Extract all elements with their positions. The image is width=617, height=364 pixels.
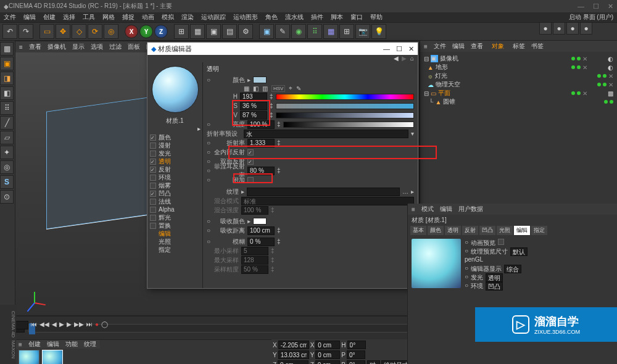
menu-mesh[interactable]: 网格 bbox=[102, 13, 115, 22]
vp-tab-options[interactable]: 选项 bbox=[91, 43, 103, 51]
obj-tab-edit[interactable]: 编辑 bbox=[452, 42, 465, 51]
axis-mode[interactable]: ✦ bbox=[0, 146, 14, 159]
texture-menu-icon[interactable]: … bbox=[402, 188, 408, 195]
array-button[interactable]: ⠿ bbox=[307, 24, 322, 39]
obj-tab-bookmarks[interactable]: 书签 bbox=[531, 42, 544, 51]
absorb-dist-input[interactable] bbox=[247, 226, 275, 235]
material-editor-dialog[interactable]: ◆ 材质编辑器 — ☐ ✕ ◀ ▶ ⌂ 材质.1 ▸ 颜色 漫射 发光 透明 反… bbox=[147, 42, 418, 289]
region-render-button[interactable]: ▣ bbox=[206, 24, 221, 39]
color-swatch[interactable] bbox=[253, 77, 267, 83]
menu-tools[interactable]: 工具 bbox=[83, 13, 95, 22]
ior-input[interactable] bbox=[247, 139, 275, 147]
enable-axis[interactable]: ◎ bbox=[0, 160, 14, 174]
menu-simulate[interactable]: 模拟 bbox=[162, 13, 174, 22]
camera-button[interactable]: 📷 bbox=[355, 24, 370, 39]
menu-snap[interactable]: 捕捉 bbox=[122, 13, 135, 22]
next-key[interactable]: ▶▶ bbox=[74, 321, 84, 329]
texture-mode[interactable]: ◨ bbox=[0, 72, 14, 85]
record-button[interactable]: ● bbox=[95, 321, 99, 329]
environment-button[interactable]: ⊞ bbox=[339, 24, 354, 39]
val-slider[interactable] bbox=[276, 112, 414, 118]
dlg-maximize[interactable]: ☐ bbox=[396, 45, 402, 53]
obj-tab-tags[interactable]: 标签 bbox=[513, 42, 525, 51]
model-mode[interactable]: ▣ bbox=[0, 57, 14, 70]
sat-input[interactable] bbox=[240, 102, 267, 110]
dlg-minimize[interactable]: — bbox=[383, 45, 390, 53]
layout-selector[interactable]: 启动 界面 (用户) bbox=[569, 13, 613, 22]
eyedropper-icon[interactable]: ✎ bbox=[296, 85, 301, 92]
hue-input[interactable] bbox=[240, 93, 267, 101]
make-editable[interactable]: ▦ bbox=[0, 42, 14, 56]
obj-tab-view[interactable]: 查看 bbox=[471, 42, 483, 51]
snap-toggle[interactable]: ⊙ bbox=[0, 190, 14, 204]
obj-tab-file[interactable]: 文件 bbox=[434, 42, 446, 51]
hex-mode[interactable]: HSV bbox=[271, 85, 285, 92]
cube-primitive[interactable]: ▣ bbox=[259, 24, 274, 39]
nav-func-icon[interactable]: ⌂ bbox=[410, 55, 414, 62]
vp-tab-display[interactable]: 显示 bbox=[72, 43, 85, 51]
pv-render-button[interactable]: ▤ bbox=[222, 24, 237, 39]
vp-tab-camera[interactable]: 摄像机 bbox=[48, 43, 66, 51]
material-thumb[interactable] bbox=[19, 350, 39, 364]
prev-frame[interactable]: ◀ bbox=[52, 321, 57, 329]
close-button[interactable]: ✕ bbox=[608, 2, 613, 10]
deformer-button[interactable]: ▦ bbox=[323, 24, 338, 39]
blur-input[interactable] bbox=[247, 238, 275, 246]
menu-edit[interactable]: 编辑 bbox=[23, 13, 36, 22]
brightness-slider[interactable] bbox=[283, 122, 414, 128]
val-input[interactable] bbox=[240, 111, 267, 120]
sat-slider[interactable] bbox=[276, 103, 414, 109]
dlg-close[interactable]: ✕ bbox=[408, 45, 414, 53]
last-tool[interactable]: ◎ bbox=[104, 24, 118, 39]
next-frame[interactable]: ▶ bbox=[67, 321, 72, 329]
menu-motiontrack[interactable]: 运动跟踪 bbox=[201, 13, 226, 22]
vp-tab-filter[interactable]: 过滤 bbox=[109, 43, 122, 51]
edge-mode[interactable]: ╱ bbox=[0, 116, 14, 130]
hsv-mode-icon[interactable]: ◧ bbox=[253, 85, 259, 92]
texture-slot[interactable] bbox=[247, 188, 400, 196]
menu-plugins[interactable]: 插件 bbox=[311, 13, 323, 22]
autokey-button[interactable]: ◯ bbox=[101, 321, 108, 329]
menu-pipeline[interactable]: 流水线 bbox=[285, 13, 304, 22]
viewport-solo[interactable]: S bbox=[0, 175, 14, 189]
menu-character[interactable]: 角色 bbox=[265, 13, 278, 22]
prev-key[interactable]: ◀◀ bbox=[39, 321, 49, 329]
pen-tool[interactable]: ✎ bbox=[275, 24, 290, 39]
ior-preset-dropdown[interactable]: 水 bbox=[244, 130, 408, 138]
rgb-mode-icon[interactable]: ▦ bbox=[244, 85, 249, 92]
axis-x-toggle[interactable]: X bbox=[125, 25, 138, 38]
prim4[interactable]: ● bbox=[580, 22, 592, 35]
picker-icon[interactable]: ⌖ bbox=[289, 85, 292, 92]
axis-z-toggle[interactable]: Z bbox=[154, 25, 168, 38]
menu-render[interactable]: 渲染 bbox=[181, 13, 194, 22]
material-name[interactable]: 材质.1 bbox=[147, 117, 202, 125]
minimize-button[interactable]: — bbox=[578, 2, 584, 10]
dialog-titlebar[interactable]: ◆ 材质编辑器 — ☐ ✕ bbox=[147, 43, 418, 55]
vp-tab-panel[interactable]: 面板 bbox=[128, 43, 140, 51]
menu-script[interactable]: 脚本 bbox=[331, 13, 343, 22]
hue-slider[interactable] bbox=[276, 94, 414, 100]
preview-options-icon[interactable]: ▸ bbox=[197, 125, 201, 132]
tir-checkbox[interactable] bbox=[247, 149, 254, 155]
menu-window[interactable]: 窗口 bbox=[350, 13, 363, 22]
redo-button[interactable]: ↷ bbox=[19, 24, 33, 39]
object-tree[interactable]: ⊟▣摄像机✕◐ ▲地形✕◐ ☼灯光✕ ☁物理天空✕ ⊟▭平面✕▩ └▲圆锥 bbox=[420, 52, 617, 109]
menu-create[interactable]: 创建 bbox=[43, 13, 56, 22]
channel-transparency[interactable]: 透明 bbox=[159, 157, 171, 166]
nurbs-button[interactable]: ◉ bbox=[291, 24, 306, 39]
menu-file[interactable]: 文件 bbox=[4, 13, 16, 22]
brightness-input[interactable] bbox=[247, 120, 275, 129]
maximize-button[interactable]: ☐ bbox=[593, 2, 599, 10]
light-button[interactable]: 💡 bbox=[371, 24, 386, 39]
rotate-tool[interactable]: ⟳ bbox=[88, 24, 102, 39]
prim1[interactable]: ● bbox=[539, 22, 552, 35]
menu-select[interactable]: 选择 bbox=[63, 13, 75, 22]
nav-fwd-icon[interactable]: ▶ bbox=[402, 55, 407, 62]
nav-back-icon[interactable]: ◀ bbox=[394, 55, 399, 62]
additive-checkbox[interactable] bbox=[247, 177, 254, 183]
scale-tool[interactable]: ◇ bbox=[72, 24, 86, 39]
double-sided-checkbox[interactable] bbox=[247, 159, 254, 165]
material-thumb-selected[interactable] bbox=[42, 350, 63, 364]
render-settings-button[interactable]: ⚙ bbox=[238, 24, 253, 39]
menu-mograph[interactable]: 运动图形 bbox=[233, 13, 258, 22]
